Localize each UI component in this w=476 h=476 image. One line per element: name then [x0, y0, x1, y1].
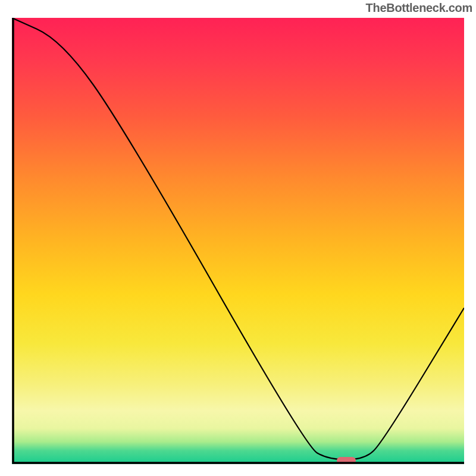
attribution-text: TheBottleneck.com [366, 1, 472, 15]
chart-container: TheBottleneck.com [0, 0, 476, 476]
optimum-marker [337, 457, 356, 464]
plot-frame [12, 18, 464, 464]
bottleneck-curve [12, 18, 464, 464]
plot-area [12, 18, 464, 464]
